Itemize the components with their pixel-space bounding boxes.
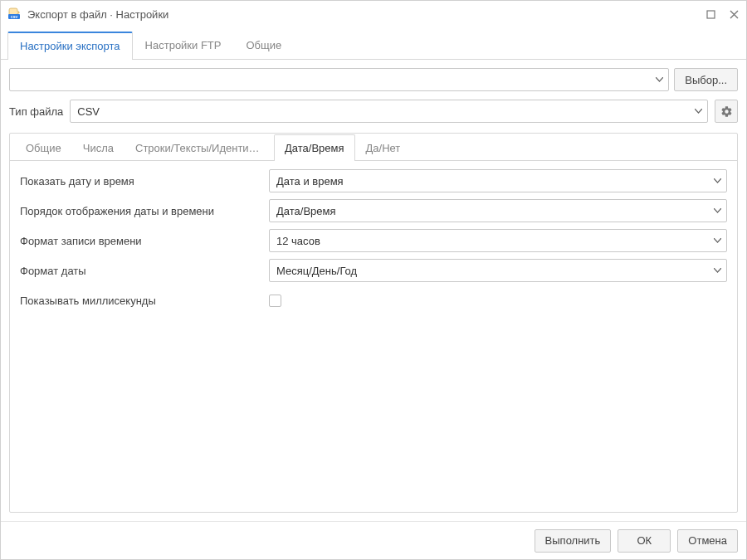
file-type-row: Тип файла CSV <box>9 100 738 123</box>
close-button[interactable] <box>728 8 740 20</box>
tab-ftp-settings[interactable]: Настройки FTP <box>133 32 234 60</box>
order-row: Порядок отображения даты и времени Дата/… <box>20 199 727 222</box>
show-ms-label: Показывать миллисекунды <box>20 295 269 307</box>
subtab-numbers[interactable]: Числа <box>72 134 124 161</box>
sub-tabs: Общие Числа Строки/Тексты/Идентифик... Д… <box>10 134 737 161</box>
tab-general[interactable]: Общие <box>234 32 295 60</box>
subtab-label: Дата/Время <box>285 142 344 154</box>
run-button-label: Выполнить <box>545 534 601 547</box>
file-type-value: CSV <box>71 105 689 118</box>
show-datetime-row: Показать дату и время Дата и время <box>20 169 727 192</box>
file-type-label: Тип файла <box>9 105 63 118</box>
show-datetime-label: Показать дату и время <box>20 175 269 187</box>
chevron-down-icon[interactable] <box>708 230 726 251</box>
subtab-general[interactable]: Общие <box>15 134 72 161</box>
maximize-button[interactable] <box>705 8 716 20</box>
order-value: Дата/Время <box>270 205 708 217</box>
file-type-select[interactable]: CSV <box>70 100 708 123</box>
app-csv-icon: CSV <box>7 7 21 21</box>
window-title: Экспорт в файл · Настройки <box>27 8 698 21</box>
cancel-button[interactable]: Отмена <box>677 529 738 553</box>
export-settings-panel: Выбор... Тип файла CSV Общие Числа Строк <box>1 60 746 521</box>
subtab-label: Да/Нет <box>366 142 401 154</box>
subtab-label: Общие <box>26 142 61 154</box>
tab-label: Настройки FTP <box>145 39 222 51</box>
file-type-settings-button[interactable] <box>715 100 738 123</box>
choose-button[interactable]: Выбор... <box>674 68 738 91</box>
time-format-row: Формат записи времени 12 часов <box>20 229 727 252</box>
show-ms-checkbox[interactable] <box>269 295 281 307</box>
tab-label: Общие <box>247 39 282 51</box>
subtab-strings[interactable]: Строки/Тексты/Идентифик... <box>124 134 274 161</box>
settings-dialog: CSV Экспорт в файл · Настройки Настройки… <box>0 0 747 560</box>
show-ms-row: Показывать миллисекунды <box>20 289 727 312</box>
window-controls <box>705 8 740 20</box>
format-settings-panel: Общие Числа Строки/Тексты/Идентифик... Д… <box>9 133 738 513</box>
order-select[interactable]: Дата/Время <box>269 199 727 222</box>
tab-export-settings[interactable]: Настройки экспорта <box>7 32 133 60</box>
title-bar: CSV Экспорт в файл · Настройки <box>1 1 746 27</box>
gear-icon <box>720 105 733 118</box>
svg-text:CSV: CSV <box>11 15 18 19</box>
time-format-label: Формат записи времени <box>20 235 269 247</box>
date-format-select[interactable]: Месяц/День/Год <box>269 259 727 282</box>
chevron-down-icon[interactable] <box>708 200 726 222</box>
run-button[interactable]: Выполнить <box>535 529 612 553</box>
chevron-down-icon[interactable] <box>708 260 726 281</box>
tab-label: Настройки экспорта <box>20 40 120 52</box>
show-datetime-value: Дата и время <box>270 175 708 187</box>
ok-button[interactable]: ОК <box>618 529 671 553</box>
subtab-label: Числа <box>83 142 114 154</box>
choose-button-label: Выбор... <box>685 74 727 86</box>
date-format-row: Формат даты Месяц/День/Год <box>20 259 727 282</box>
preset-row: Выбор... <box>9 68 738 91</box>
time-format-select[interactable]: 12 часов <box>269 229 727 252</box>
svg-rect-2 <box>707 11 715 18</box>
subtab-boolean[interactable]: Да/Нет <box>355 134 412 161</box>
date-format-value: Месяц/День/Год <box>270 265 708 277</box>
order-label: Порядок отображения даты и времени <box>20 205 269 217</box>
chevron-down-icon[interactable] <box>650 69 668 90</box>
chevron-down-icon[interactable] <box>689 100 707 122</box>
date-format-label: Формат даты <box>20 265 269 277</box>
chevron-down-icon[interactable] <box>708 170 726 192</box>
dialog-footer: Выполнить ОК Отмена <box>1 521 746 559</box>
time-format-value: 12 часов <box>270 235 708 247</box>
main-tabs: Настройки экспорта Настройки FTP Общие <box>1 27 746 60</box>
preset-select[interactable] <box>9 68 669 91</box>
subtab-label: Строки/Тексты/Идентифик... <box>135 142 274 154</box>
cancel-button-label: Отмена <box>688 534 727 547</box>
show-datetime-select[interactable]: Дата и время <box>269 169 727 192</box>
subtab-datetime[interactable]: Дата/Время <box>274 134 355 161</box>
ok-button-label: ОК <box>637 534 652 547</box>
datetime-settings: Показать дату и время Дата и время Поряд… <box>10 161 737 512</box>
